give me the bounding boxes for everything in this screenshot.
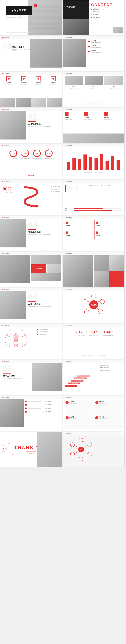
slide-header-18: 工作不足之处 [63, 288, 125, 291]
img-strip [0, 98, 62, 107]
slide-23-timeline: 新年工作计划 这里输入您的文字内容 这里输入您的文字内容 [0, 396, 62, 431]
section02-content: 02 工作完成情况 这里输入您的文字内容，文字内容，文字内容文字内容 [28, 113, 60, 128]
snake-item-3: 这里输入您的文字内容 [51, 191, 60, 192]
toc-dot-1 [91, 9, 92, 10]
section02-title: 工作完成情况 [28, 122, 60, 126]
svg-rect-16 [89, 157, 92, 170]
left-panel: 年终总结汇报 公司介绍/商业计划/商业融资/股票分布 [63, 0, 89, 35]
stats-footer: 这里输入您的文字内容，文字内容，文字内容文字内容 [65, 356, 123, 356]
venn-dot-3 [37, 334, 38, 335]
slide-12-2019: 工作完成情况 2019 这里输入您的文字内容，文字内容，文字内容文字内容 201… [63, 180, 125, 215]
col-icon-3 [36, 76, 41, 81]
header-text-22: 新年工作计划 [66, 361, 72, 362]
proj-box-2: 总结标题 这里输入您的文字内容 [94, 220, 123, 229]
small-photo-3 [94, 271, 109, 286]
section03-content: 03 项目成果展示 这里输入您的文字内容，文字内容，文字内容文字内容 [28, 221, 60, 236]
photo-large [0, 255, 30, 284]
svg-point-28 [99, 310, 103, 314]
col-title-2: 总结标题 [17, 82, 30, 83]
header-text-19: 工作不足之处 [3, 325, 9, 326]
tl-text-4: 这里输入您的文字内容 [42, 412, 60, 412]
section02-num-bg: 02 [28, 113, 60, 121]
bar-year-1: 2018 [65, 208, 73, 209]
tl-text-1: 这里输入您的文字内容 [42, 401, 60, 402]
slide-header-22: 新年工作计划 [63, 360, 125, 363]
step-text-3: 这里输入您的文字内容 [100, 370, 123, 371]
code-desc-1: 这里输入您的文字内容 [65, 88, 83, 89]
header-text-23: 新年工作计划 [3, 397, 9, 398]
header-text-15: 项目成果展示 [3, 253, 9, 254]
header-accent-23 [2, 397, 2, 398]
section04-title: 工作不足之处 [28, 302, 60, 305]
section03-body: 这里输入您的文字内容，文字内容，文字内容文字内容 [28, 234, 60, 236]
tl-dot-2 [25, 404, 27, 406]
slide-22-steps: 新年工作计划 这里输入您的文字内容 这里输入您的文字内容 这里输入您的文字内容 … [63, 360, 125, 395]
header-text-17: 年终总结汇报 [3, 289, 9, 290]
snake-item-1: 这里输入您的文字内容 [51, 186, 60, 187]
item-text-3: 总结标题 这里输入您的文字内容 [91, 50, 101, 53]
code-footer: 这里输入您的文字内容，文字内容，文字内容文字内容 [65, 104, 123, 104]
svg-rect-12 [67, 162, 70, 170]
bar-fill-1 [74, 208, 103, 209]
slide-header-4: 年度工作概述 [63, 36, 125, 39]
section-img [30, 39, 62, 68]
slide-18-circular: 工作不足之处 不足之处 [63, 288, 125, 323]
svg-point-30 [83, 299, 87, 304]
toc-label-3: 项目成果展示 [93, 14, 100, 16]
section05-num-area: 05 新年工作计划 这里输入您的文字内容，文字内容，文字内容文字内容 [3, 365, 23, 381]
header-accent-10 [65, 145, 65, 146]
svg-text:目标: 目标 [80, 449, 82, 450]
proj-box-4: 总结标题 这里输入您的文字内容 [94, 230, 123, 239]
tl-node-1: 这里输入您的文字内容 [25, 400, 60, 402]
big-photo [63, 255, 93, 286]
plan-desc-1: 这里输入您的文字内容 [69, 403, 77, 404]
slide-8-completion: 工作完成情况 总结标题 这里输入您的文字内容 总结标题 这里输入您的文字内容 [63, 108, 125, 143]
tl-node-2: 这里输入您的文字内容 [25, 404, 60, 406]
svg-rect-18 [100, 154, 103, 170]
left-panel-sub: 公司介绍/商业计划/商业融资/股票分布 [65, 8, 79, 10]
slide-header-14: 项目成果展示 [63, 216, 125, 219]
header-accent-11 [2, 181, 2, 182]
header-accent-18 [65, 289, 65, 290]
donut-1: 75% 这里输入您的文字内容 [9, 149, 18, 160]
deco-circles [28, 174, 34, 176]
tl-text-2: 这里输入您的文字内容 [42, 404, 60, 406]
stat-label-2: 这里输入您的文字内容 [89, 335, 99, 336]
plan-title-4: 总结标题 [99, 416, 107, 418]
slide-16-photos2: 项目成果展示 [63, 252, 125, 287]
year-content: 这里输入您的文字内容，文字内容，文字内容文字内容 [89, 185, 123, 186]
comp-title-3: 总结标题 [104, 117, 123, 118]
item-icon-2 [88, 45, 90, 48]
svg-rect-14 [78, 159, 81, 170]
icon-shape-2 [88, 46, 90, 47]
circular-diagram: 不足之处 [81, 293, 106, 317]
tl-node-3: 这里输入您的文字内容 [25, 408, 60, 409]
steps-text: 这里输入您的文字内容 这里输入您的文字内容 这里输入您的文字内容 [100, 364, 123, 371]
plan-content-4: 总结标题 这里输入您的文字内容 [99, 416, 107, 419]
toc-item-4: 新年工作计划 [91, 17, 122, 18]
item-title-1: 总结标题 [91, 40, 101, 42]
svg-rect-21 [117, 160, 120, 170]
compare-bars: 2018 2019 [65, 208, 122, 211]
slide-17-section04: 年终总结汇报 04 工作不足之处 这里输入您的文字内容，文字内容，文字内容文字内… [0, 288, 62, 323]
slide-header-7: 年终总结汇报 [0, 108, 62, 111]
section05-title: 新年工作计划 [3, 374, 23, 377]
comp-icon-1 [65, 112, 69, 116]
header-text-20: 工作不足之处 [66, 325, 72, 326]
plan-desc-3: 这里输入您的文字内容 [69, 418, 77, 419]
plan-icon-symbol-4: ✦ [96, 417, 98, 418]
proj-desc-3: 这里输入您的文字内容 [66, 236, 92, 237]
plan-icon-3: ◎ [66, 416, 69, 420]
slide-11-snake: 工作完成情况 80% 这里输入您的文字内容 这里输入您的文字内容 这里输入您的文… [0, 180, 62, 215]
tl-dot-4 [25, 411, 27, 413]
section04-img [0, 291, 26, 320]
comp-icon-3 [104, 112, 108, 116]
comp-title-2: 总结标题 [84, 117, 103, 118]
comp-icon-2 [84, 112, 88, 116]
svg-point-26 [92, 294, 96, 298]
header-accent [2, 37, 2, 38]
venn-item-3: 这里输入您的文字内容 [37, 334, 60, 335]
stat-value-1: 20% [75, 330, 84, 334]
section02-body: 这里输入您的文字内容，文字内容，文字内容文字内容 [28, 126, 60, 128]
stat-item-2: 597 这里输入您的文字内容 [89, 330, 99, 336]
